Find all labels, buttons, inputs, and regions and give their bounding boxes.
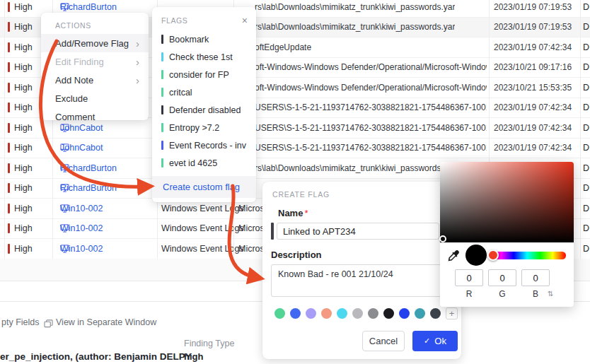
color-swatch[interactable] bbox=[430, 308, 441, 319]
menu-item-comment[interactable]: Comment bbox=[41, 107, 149, 126]
severity-bar bbox=[8, 223, 10, 233]
extra-cell: D bbox=[583, 102, 589, 112]
red-input[interactable] bbox=[455, 269, 483, 286]
menu-item-label: Add Note bbox=[55, 75, 93, 86]
actions-menu-header: ACTIONS bbox=[41, 13, 149, 34]
dialog-header: CREATE FLAG bbox=[272, 190, 461, 199]
blue-label: B bbox=[521, 289, 550, 299]
create-custom-flag-button[interactable]: Create custom flag bbox=[152, 176, 256, 198]
source-cell: Windows Event Logs bbox=[161, 244, 244, 254]
color-swatch[interactable] bbox=[352, 308, 363, 319]
flag-color-bar bbox=[161, 52, 163, 61]
host-name: RichardBurton bbox=[60, 2, 117, 12]
severity-bar bbox=[8, 2, 10, 12]
add-custom-color-button[interactable]: + bbox=[446, 307, 458, 319]
color-swatch[interactable] bbox=[415, 308, 425, 319]
cancel-button[interactable]: Cancel bbox=[362, 331, 405, 351]
host-name: Win10-002 bbox=[60, 204, 103, 213]
flag-color-bar bbox=[161, 35, 163, 44]
color-swatch[interactable] bbox=[337, 308, 347, 319]
time-cell: 2023/01/19 07:42:34 bbox=[494, 123, 572, 133]
host-link[interactable]: JohnCabot bbox=[60, 143, 69, 152]
flag-description-textarea[interactable]: Known Bad - re 001 21/10/24 bbox=[271, 264, 448, 297]
severity-bar bbox=[8, 102, 10, 112]
severity-label: High bbox=[14, 244, 33, 254]
host-link[interactable]: Win10-002 bbox=[60, 245, 69, 253]
menu-item-add-remove-flag[interactable]: Add/Remove Flag› bbox=[41, 34, 149, 52]
menu-item-label: Comment bbox=[55, 112, 95, 122]
flag-color-bar bbox=[161, 141, 163, 150]
path-cell: oft-Windows-Windows Defender/Operational… bbox=[255, 83, 487, 93]
time-cell: 2023/01/19 07:19:53 bbox=[494, 2, 572, 12]
extra-cell: D bbox=[583, 22, 589, 32]
flag-item-evet-id-4625[interactable]: evet id 4625 bbox=[152, 154, 256, 172]
severity-bar bbox=[8, 123, 10, 133]
source-cell: Windows Event Logs bbox=[161, 204, 244, 213]
host-link[interactable]: Win10-002 bbox=[60, 224, 69, 233]
ok-button[interactable]: ✓Ok bbox=[412, 331, 458, 351]
host-link[interactable]: RichardBurton bbox=[60, 164, 69, 172]
flag-item-entropy[interactable]: Entropy >7.2 bbox=[152, 119, 256, 136]
blue-input[interactable] bbox=[521, 269, 550, 286]
source-cell: Windows Event Logs bbox=[161, 223, 244, 233]
severity-bar bbox=[8, 163, 10, 173]
color-swatch[interactable] bbox=[383, 308, 394, 319]
flag-item-check-these-1st[interactable]: Check these 1st bbox=[152, 48, 256, 66]
view-separate-window-button[interactable]: View in Separate Window bbox=[56, 317, 156, 327]
color-swatch[interactable] bbox=[290, 308, 301, 319]
host-link[interactable]: RichardBurton bbox=[60, 184, 69, 192]
color-swatch[interactable] bbox=[274, 308, 285, 319]
flag-label: Defender disabled bbox=[169, 105, 241, 115]
name-label: Name* bbox=[278, 208, 461, 218]
green-input[interactable] bbox=[488, 269, 516, 286]
gradient-cursor[interactable] bbox=[439, 235, 446, 242]
close-icon[interactable]: × bbox=[242, 16, 248, 25]
severity-bar bbox=[8, 62, 10, 72]
column-divider bbox=[580, 0, 581, 259]
path-cell: rs\lab\Downloads\mimikatz_trunk\kiwi_pas… bbox=[255, 2, 455, 12]
severity-bar bbox=[8, 143, 10, 153]
color-swatch[interactable] bbox=[321, 308, 332, 319]
table-row[interactable]: High JohnCabot USERS\S-1-5-21-1193714762… bbox=[0, 139, 590, 159]
extra-cell: D bbox=[583, 183, 589, 193]
path-cell: oftEdgeUpdate bbox=[255, 42, 311, 52]
required-asterisk: * bbox=[304, 208, 308, 218]
eyedropper-icon[interactable] bbox=[448, 250, 459, 264]
flag-item-consider-for-fp[interactable]: consider for FP bbox=[152, 66, 256, 83]
flag-item-critcal[interactable]: critcal bbox=[152, 83, 256, 101]
color-swatch[interactable] bbox=[306, 308, 316, 319]
flag-item-bookmark[interactable]: Bookmark bbox=[152, 30, 256, 48]
flag-item-defender-disabled[interactable]: Defender disabled bbox=[152, 101, 256, 119]
color-mode-toggle-icon[interactable]: ⇅ bbox=[548, 290, 553, 298]
severity-bar bbox=[8, 204, 10, 213]
time-cell: 2023/10/21 15:53:35 bbox=[494, 83, 572, 93]
empty-fields-toggle[interactable]: pty Fields bbox=[1, 317, 40, 327]
menu-item-add-note[interactable]: Add Note› bbox=[41, 71, 149, 89]
create-flag-dialog: CREATE FLAG Name* Description Known Bad … bbox=[262, 182, 461, 359]
color-swatch[interactable] bbox=[399, 308, 410, 319]
flag-color-bar bbox=[161, 70, 163, 79]
color-swatch[interactable] bbox=[368, 308, 378, 319]
time-cell: 2023/01/19 07:42:34 bbox=[494, 102, 572, 112]
menu-item-label: Exclude bbox=[55, 93, 88, 104]
hue-slider[interactable] bbox=[488, 252, 566, 259]
severity-label: High bbox=[14, 143, 33, 153]
flags-menu-header: FLAGS bbox=[161, 16, 187, 25]
ok-button-label: Ok bbox=[434, 336, 446, 346]
flags-menu: FLAGS × Bookmark Check these 1st conside… bbox=[152, 7, 256, 202]
flag-item-event-records-inv[interactable]: Event Records - inv bbox=[152, 136, 256, 154]
menu-item-edit-finding[interactable]: Edit Finding› bbox=[41, 52, 149, 71]
finding-type-label: Finding Type bbox=[184, 339, 234, 348]
severity-bar bbox=[8, 42, 10, 52]
flag-color-preview-bar bbox=[271, 223, 274, 240]
menu-item-exclude[interactable]: Exclude bbox=[41, 89, 149, 107]
current-color-preview bbox=[465, 245, 487, 266]
flag-name-input[interactable] bbox=[277, 223, 439, 240]
hue-slider-handle[interactable] bbox=[487, 249, 499, 261]
saturation-gradient[interactable] bbox=[440, 162, 574, 242]
extra-cell: D bbox=[583, 204, 589, 213]
host-link[interactable]: RichardBurton bbox=[60, 3, 69, 11]
host-link[interactable]: Win10-002 bbox=[60, 204, 69, 213]
severity-label: High bbox=[14, 102, 33, 112]
host-name: JohnCabot bbox=[60, 143, 103, 153]
